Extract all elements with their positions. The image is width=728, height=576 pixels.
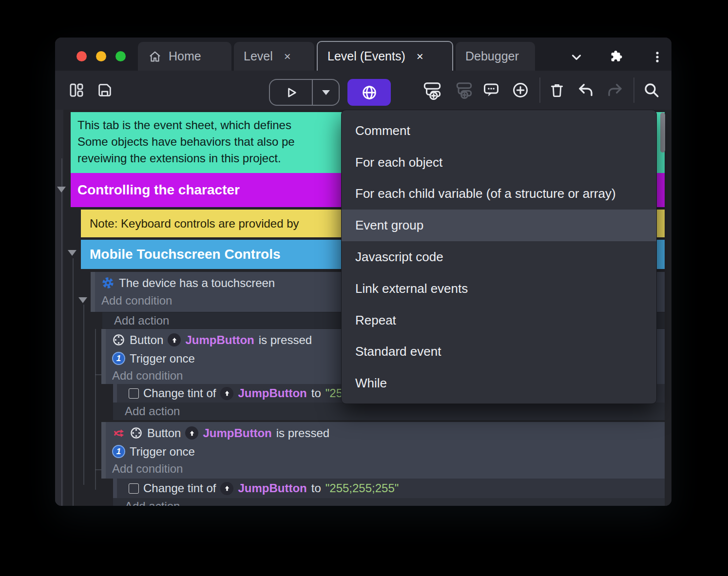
menu-item-javascript-code[interactable]: Javascript code [342, 241, 656, 273]
menu-item-for-each-child-variable[interactable]: For each child variable (of a structure … [342, 178, 656, 210]
add-action-link[interactable]: Add action [113, 498, 665, 506]
tab-level-events[interactable]: Level (Events) × [317, 41, 453, 71]
caret-down-icon [322, 90, 330, 95]
condition-suffix: is pressed [276, 426, 329, 440]
add-action-link[interactable]: Add action [113, 403, 665, 420]
menu-item-label: Comment [355, 123, 410, 138]
menu-item-while[interactable]: While [342, 367, 656, 399]
object-name: Button [147, 426, 181, 440]
tab-label: Home [169, 49, 201, 63]
menu-item-label: While [355, 376, 387, 391]
tab-label: Debugger [465, 49, 519, 63]
instance-arrow-icon [220, 387, 233, 400]
redo-button[interactable] [604, 79, 626, 101]
event-sheet-toolbar [55, 71, 671, 110]
preview-options-button[interactable] [313, 80, 339, 105]
tab-level[interactable]: Level × [234, 42, 314, 71]
menu-item-link-external-events[interactable]: Link external events [342, 273, 656, 305]
collapse-arrow-icon[interactable] [78, 297, 87, 303]
search-button[interactable] [641, 79, 662, 101]
action-value: "255;255;255" [326, 481, 399, 495]
comment-bubble-icon [482, 81, 500, 99]
object-name: Button [130, 333, 163, 347]
action-change-tint[interactable]: Change tint of JumpButton to "255;255;25… [113, 479, 665, 498]
trigger-once-icon: 1 [112, 352, 125, 365]
search-icon [643, 81, 660, 99]
remote-preview-button[interactable] [347, 79, 391, 106]
button-object-icon [112, 333, 125, 346]
invert-condition-icon [112, 426, 125, 440]
menu-item-standard-event[interactable]: Standard event [342, 336, 656, 368]
construct-editor-window: Home Level × Level (Events) × Debugger [55, 38, 671, 506]
instance-name: JumpButton [185, 333, 254, 347]
add-action-label: Add action [114, 314, 169, 327]
to-word: to [311, 481, 321, 495]
add-event-context-menu: Comment For each object For each child v… [341, 110, 657, 404]
instance-name: JumpButton [203, 426, 271, 440]
tree-line [83, 305, 84, 485]
collapse-arrow-icon[interactable] [57, 187, 66, 192]
tree-line [61, 158, 62, 506]
toolbar-divider [539, 77, 540, 103]
close-window-button[interactable] [77, 51, 87, 61]
addons-button[interactable] [608, 48, 625, 66]
main-menu-button[interactable] [649, 48, 666, 66]
titlebar: Home Level × Level (Events) × Debugger [55, 38, 671, 71]
menu-item-label: Standard event [355, 344, 441, 359]
trash-icon [549, 82, 565, 98]
condition-suffix: is pressed [259, 333, 312, 347]
undo-button[interactable] [575, 79, 596, 101]
event-block-jumpbutton-not-pressed[interactable]: Button JumpButton is pressed 1 Trigger o… [101, 422, 665, 479]
menu-item-label: Javascript code [355, 250, 443, 265]
toggle-panels-button[interactable] [66, 79, 87, 101]
save-button[interactable] [94, 79, 115, 101]
tree-line [73, 258, 74, 506]
condition-text: The device has a touchscreen [119, 276, 275, 290]
close-tab-icon[interactable]: × [417, 50, 423, 63]
delete-button[interactable] [546, 79, 568, 101]
trigger-once-icon: 1 [112, 445, 125, 458]
instance-arrow-icon [220, 482, 233, 495]
preview-button[interactable] [270, 80, 313, 105]
vertical-scrollbar-thumb[interactable] [660, 113, 665, 153]
zoom-window-button[interactable] [115, 51, 126, 61]
add-condition-label: Add condition [112, 462, 183, 476]
instance-name: JumpButton [238, 481, 307, 495]
condition-text: Trigger once [130, 445, 195, 459]
tint-color-icon [129, 388, 139, 399]
collapse-arrow-icon[interactable] [68, 250, 77, 256]
add-comment-button[interactable] [480, 79, 502, 101]
group-title: Controlling the character [77, 182, 240, 198]
event-sheet: This tab is the event sheet, which defin… [55, 110, 671, 506]
menu-item-label: For each object [355, 155, 442, 170]
tab-label: Level (Events) [327, 49, 405, 63]
tab-debugger[interactable]: Debugger [456, 42, 535, 71]
menu-item-label: Link external events [355, 281, 468, 296]
play-icon [284, 85, 298, 100]
to-word: to [311, 386, 321, 400]
add-condition-label: Add condition [112, 369, 183, 383]
close-tab-icon[interactable]: × [284, 50, 291, 63]
home-icon [148, 49, 162, 64]
add-subevent-icon [454, 80, 473, 100]
add-action-label: Add action [125, 404, 180, 418]
tab-list-dropdown-button[interactable] [568, 48, 585, 66]
add-subevent-button[interactable] [453, 79, 474, 101]
add-condition-link[interactable]: Add condition [106, 461, 665, 477]
add-condition-label: Add condition [101, 294, 172, 307]
group-title: Mobile Touchscreen Controls [90, 247, 281, 262]
menu-item-repeat[interactable]: Repeat [342, 305, 656, 336]
globe-icon [361, 84, 378, 101]
minimize-window-button[interactable] [96, 51, 106, 61]
note-text: Note: Keyboard controls are provided by [90, 217, 299, 230]
add-event-button[interactable] [421, 79, 443, 101]
layout-panels-icon [68, 82, 85, 98]
add-button[interactable] [510, 79, 531, 101]
condition-text: Trigger once [130, 352, 195, 365]
chevron-down-icon [569, 50, 584, 64]
action-text: Change tint of [143, 481, 216, 495]
menu-item-comment[interactable]: Comment [342, 115, 656, 147]
tab-home[interactable]: Home [138, 42, 231, 71]
menu-item-for-each-object[interactable]: For each object [342, 147, 656, 178]
menu-item-event-group[interactable]: Event group [342, 210, 656, 241]
